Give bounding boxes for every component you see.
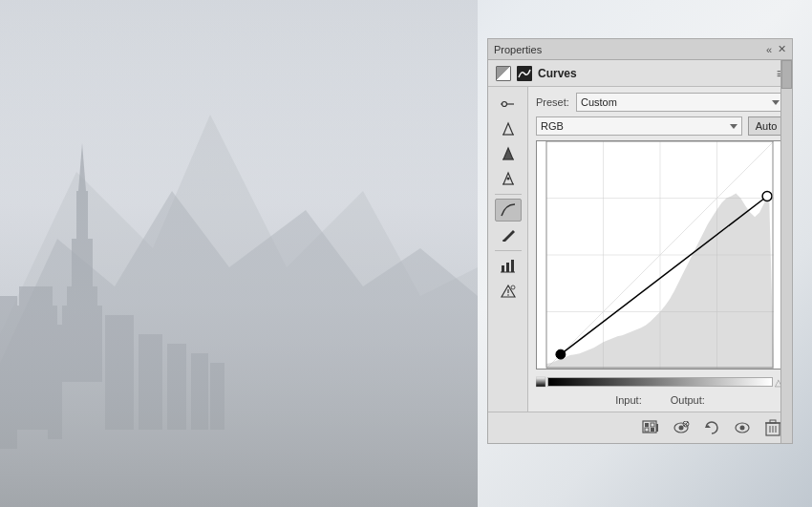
collapse-icon[interactable]: « [766,44,772,55]
panel-footer [488,412,792,443]
tools-sidebar [488,87,528,412]
curve-point-1[interactable] [556,349,566,359]
scrollbar[interactable] [780,60,792,443]
close-icon[interactable]: ✕ [778,43,786,55]
output-label: Output: [671,394,705,406]
midpoint-btn[interactable] [495,167,522,190]
panel-controls: « ✕ [766,43,786,55]
mask-btn[interactable] [639,417,662,438]
levels-tool-btn[interactable] [495,255,522,278]
warning-tool-btn[interactable] [495,280,522,303]
svg-rect-47 [645,428,649,432]
svg-rect-27 [511,260,514,272]
gradient-bar-row: △ [536,376,784,388]
svg-rect-25 [502,265,504,272]
visibility-btn[interactable] [731,417,754,438]
reset-btn[interactable] [700,417,723,438]
svg-rect-59 [770,420,776,423]
svg-rect-49 [656,424,658,432]
adjustment-tool-btn[interactable] [495,93,522,116]
preset-select[interactable]: Custom Default Strong Contrast Linear Me… [576,93,784,112]
curves-graph[interactable] [536,140,784,370]
section-header-left: Curves [496,66,577,81]
panel-titlebar: Properties « ✕ [488,39,792,60]
titlebar-left: Properties [494,44,542,55]
curves-icon [517,66,532,81]
io-row: Input: Output: [536,394,784,406]
svg-point-30 [507,294,509,296]
svg-point-31 [511,285,515,289]
layer-mask-icon [496,66,511,81]
curve-point-2[interactable] [762,192,772,201]
svg-point-17 [502,102,506,107]
curves-graph-wrapper [536,140,784,370]
section-header: Curves ≡ [488,60,792,87]
preset-row: Preset: Custom Default Strong Contrast L… [536,93,784,112]
gradient-bar-h [547,377,773,387]
svg-point-23 [506,178,509,180]
auto-button[interactable]: Auto [748,116,784,136]
panel-title: Properties [494,44,542,55]
white-point-btn[interactable] [495,117,522,140]
curves-main: Preset: Custom Default Strong Contrast L… [528,87,792,412]
black-point-btn[interactable] [495,142,522,165]
svg-rect-26 [506,263,509,272]
svg-rect-46 [651,423,654,427]
eye-open-btn[interactable] [670,417,693,438]
preset-label: Preset: [536,96,570,108]
tools-separator-2 [495,250,522,251]
svg-rect-45 [645,423,649,427]
channel-select[interactable]: RGB Red Green Blue [536,116,742,136]
pencil-tool-btn[interactable] [495,223,522,246]
curve-tool-btn[interactable] [495,199,522,222]
panel-content: Preset: Custom Default Strong Contrast L… [488,87,792,412]
svg-point-51 [679,426,684,431]
svg-rect-15 [0,0,478,507]
svg-rect-48 [651,428,654,432]
scrollbar-thumb[interactable] [781,60,792,89]
tools-separator-1 [495,194,522,195]
svg-rect-43 [536,377,545,387]
input-label: Input: [615,394,642,406]
channel-row: RGB Red Green Blue Auto [536,116,784,136]
gradient-bar-v [536,376,547,388]
svg-point-56 [740,426,745,431]
properties-panel: Properties « ✕ Curves ≡ [487,38,793,444]
city-background [0,0,478,507]
section-title: Curves [538,67,577,80]
